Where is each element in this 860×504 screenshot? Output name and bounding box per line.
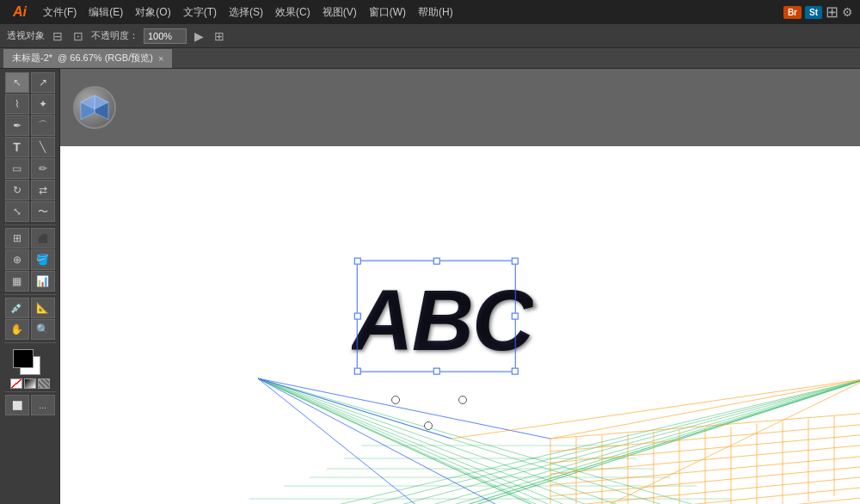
gradient-tool[interactable]: ▦ [5, 271, 29, 292]
svg-line-38 [452, 378, 860, 439]
shape-builder-tool[interactable]: ⊕ [5, 249, 29, 270]
svg-line-23 [146, 378, 860, 504]
handle-bottom-right[interactable] [512, 368, 519, 375]
direct-selection-tool[interactable]: ↗ [31, 72, 55, 93]
warp-tool[interactable]: 〜 [31, 201, 55, 222]
menu-text[interactable]: 文字(T) [178, 3, 222, 22]
svg-line-7 [258, 378, 593, 504]
chart-tool[interactable]: 📊 [31, 271, 55, 292]
opacity-input[interactable] [144, 28, 187, 44]
pattern-swatch[interactable] [38, 378, 50, 389]
color-swatches[interactable] [13, 349, 47, 377]
tool-row-8: ⊞ ⬛ [5, 228, 55, 249]
tool-divider-3 [4, 342, 56, 343]
handle-bottom-center[interactable] [433, 368, 439, 375]
rotate-tool[interactable]: ↻ [5, 180, 29, 200]
eyedropper-tool[interactable]: 💉 [5, 298, 29, 318]
menu-select[interactable]: 选择(S) [224, 3, 268, 22]
tool-divider-1 [4, 224, 56, 225]
artboard-tool[interactable]: ⬜ [5, 395, 29, 415]
curvature-tool[interactable]: ⌒ [31, 115, 55, 136]
more-tools[interactable]: ... [31, 395, 55, 415]
title-bar: Ai 文件(F) 编辑(E) 对象(O) 文字(T) 选择(S) 效果(C) 视… [0, 0, 860, 24]
measure-tool[interactable]: 📐 [31, 298, 55, 318]
handle-top-right[interactable] [512, 258, 519, 265]
perspective-tool[interactable]: ⬛ [31, 228, 55, 249]
none-swatch[interactable] [10, 378, 22, 389]
menu-window[interactable]: 窗口(W) [364, 3, 411, 22]
zoom-tool[interactable]: 🔍 [31, 319, 55, 340]
gradient-swatch[interactable] [24, 378, 36, 389]
menu-bar: 文件(F) 编辑(E) 对象(O) 文字(T) 选择(S) 效果(C) 视图(V… [38, 3, 778, 22]
svg-line-14 [258, 378, 851, 504]
grid-icon[interactable]: ⊞ [826, 3, 838, 22]
canvas-document: ABC [60, 146, 860, 504]
handle-top-center[interactable] [433, 258, 439, 265]
foreground-color-swatch[interactable] [13, 349, 34, 368]
line-tool[interactable]: ╲ [31, 137, 55, 157]
menu-effect[interactable]: 效果(C) [270, 3, 316, 22]
bridge-button[interactable]: Br [783, 6, 802, 19]
menu-edit[interactable]: 编辑(E) [83, 3, 128, 22]
ai-logo: Ai [7, 3, 33, 21]
menu-object[interactable]: 对象(O) [130, 3, 175, 22]
transform-icon[interactable]: ⊞ [212, 29, 227, 43]
pen-tool[interactable]: ✒ [5, 115, 29, 136]
tab-bar: 未标题-2* @ 66.67% (RGB/预览) × [0, 48, 860, 69]
toolbar-icon-2[interactable]: ⊡ [71, 29, 86, 43]
toolbox: ↖ ↗ ⌇ ✦ ✒ ⌒ T ╲ ▭ ✏ ↻ ⇄ ⤡ 〜 [0, 69, 60, 504]
top-right-icons: Br St ⊞ ⚙ [783, 3, 853, 22]
tab-close-button[interactable]: × [158, 53, 163, 64]
handle-top-left[interactable] [354, 258, 361, 265]
menu-help[interactable]: 帮助(H) [413, 3, 458, 22]
free-transform-tool[interactable]: ⊞ [5, 228, 29, 249]
paintbrush-tool[interactable]: ✏ [31, 158, 55, 179]
transform-handle-left[interactable] [391, 396, 400, 404]
opacity-label: 不透明度： [91, 29, 138, 42]
type-tool[interactable]: T [5, 137, 29, 157]
toolbar-icon-1[interactable]: ⊟ [50, 29, 65, 43]
canvas-header [60, 69, 860, 146]
svg-line-21 [232, 378, 860, 504]
tool-row-6: ↻ ⇄ [5, 180, 55, 200]
transform-handle-bottom[interactable] [424, 421, 433, 430]
tool-row-3: ✒ ⌒ [5, 115, 55, 136]
opacity-arrow[interactable]: ▶ [192, 29, 206, 43]
selection-tool[interactable]: ↖ [5, 72, 29, 93]
menu-file[interactable]: 文件(F) [38, 3, 82, 22]
lasso-tool[interactable]: ⌇ [5, 94, 29, 114]
handle-mid-right[interactable] [512, 313, 519, 320]
svg-line-11 [258, 378, 705, 504]
live-paint-tool[interactable]: 🪣 [31, 249, 55, 270]
svg-line-17 [361, 378, 860, 504]
perspective-scene: ABC [60, 146, 860, 504]
handle-bottom-left[interactable] [354, 368, 361, 375]
perspective-label: 透视对象 [7, 29, 45, 42]
handle-mid-left[interactable] [354, 313, 361, 320]
canvas-area: ABC [60, 69, 860, 504]
3d-cube-icon[interactable] [73, 86, 116, 129]
settings-icon[interactable]: ⚙ [842, 5, 853, 19]
tool-row-7: ⤡ 〜 [5, 201, 55, 222]
stock-button[interactable]: St [805, 6, 822, 19]
hand-tool[interactable]: ✋ [5, 319, 29, 340]
tool-row-2: ⌇ ✦ [5, 94, 55, 114]
color-mini-swatches [10, 378, 50, 389]
tab-mode: @ 66.67% (RGB/预览) [58, 52, 153, 65]
color-area [10, 349, 50, 389]
transform-handle-right[interactable] [458, 396, 467, 404]
svg-line-20 [275, 378, 860, 504]
scale-tool[interactable]: ⤡ [5, 201, 29, 222]
svg-line-12 [258, 378, 748, 504]
reflect-tool[interactable]: ⇄ [31, 180, 55, 200]
rectangle-tool[interactable]: ▭ [5, 158, 29, 179]
tool-row-last: ⬜ ... [5, 395, 55, 415]
menu-view[interactable]: 视图(V) [317, 3, 362, 22]
document-tab[interactable]: 未标题-2* @ 66.67% (RGB/预览) × [3, 49, 172, 68]
svg-line-13 [258, 378, 808, 504]
tool-row-9: ⊕ 🪣 [5, 249, 55, 270]
tool-row-5: ▭ ✏ [5, 158, 55, 179]
magic-wand-tool[interactable]: ✦ [31, 94, 55, 114]
svg-line-9 [258, 378, 645, 504]
tool-row-select: ↖ ↗ [5, 72, 55, 93]
